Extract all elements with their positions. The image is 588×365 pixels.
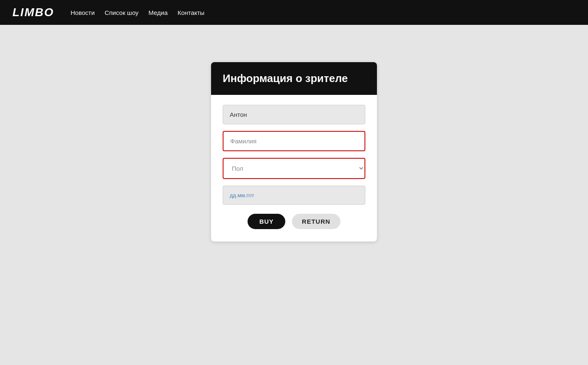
nav-contacts[interactable]: Контакты [177, 9, 204, 16]
page-content: Информация о зрителе Пол Мужской Женский… [0, 25, 588, 242]
return-button[interactable]: RETURN [292, 214, 340, 229]
navbar-logo[interactable]: LIMBO [12, 6, 54, 19]
viewer-info-card: Информация о зрителе Пол Мужской Женский… [211, 62, 377, 242]
nav-media[interactable]: Медиа [148, 9, 168, 16]
navbar-links: Новости Список шоу Медиа Контакты [70, 9, 204, 16]
navbar: LIMBO Новости Список шоу Медиа Контакты [0, 0, 588, 25]
buttons-row: BUY RETURN [223, 214, 365, 229]
first-name-input[interactable] [223, 105, 365, 124]
nav-shows[interactable]: Список шоу [104, 9, 138, 16]
card-body: Пол Мужской Женский BUY RETURN [211, 95, 377, 242]
card-title: Информация о зрителе [223, 72, 365, 85]
gender-select[interactable]: Пол Мужской Женский [223, 158, 365, 179]
date-input[interactable] [223, 186, 365, 205]
last-name-input[interactable] [223, 131, 365, 151]
nav-news[interactable]: Новости [70, 9, 95, 16]
card-header: Информация о зрителе [211, 62, 377, 95]
buy-button[interactable]: BUY [248, 214, 285, 229]
